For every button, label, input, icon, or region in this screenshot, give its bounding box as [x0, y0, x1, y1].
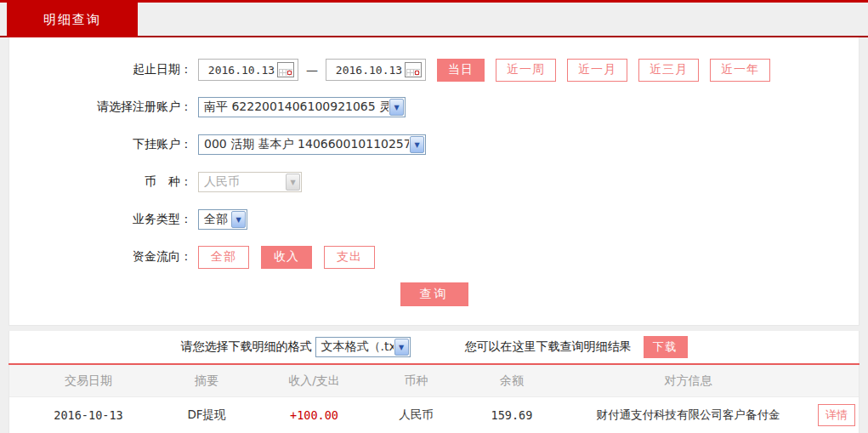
header-counterparty: 对方信息: [559, 373, 818, 389]
flow-income-button[interactable]: 收入: [261, 246, 312, 269]
fund-flow-buttons: 全部 收入 支出: [198, 246, 375, 269]
cell-summary: DF提现: [152, 407, 261, 423]
quick-range-today-button[interactable]: 当日: [437, 59, 485, 82]
table-header-row: 交易日期 摘要 收入/支出 币种 余额 对方信息: [9, 365, 859, 397]
header-income-expense: 收入/支出: [261, 373, 367, 389]
calendar-icon-dot: [287, 71, 292, 75]
account-select[interactable]: 南平 6222001406100921065 灵通卡 ▼: [198, 97, 406, 117]
header-currency: 币种: [367, 373, 465, 389]
table-row: 2016-10-13 DF提现 +100.00 人民币 159.69 财付通支付…: [9, 397, 859, 433]
date-range-row: 起止日期： —: [9, 58, 859, 82]
date-to-input[interactable]: [333, 64, 405, 77]
download-format-value: 文本格式（.txt）: [316, 339, 394, 355]
cell-balance: 159.69: [465, 408, 559, 422]
query-button[interactable]: 查询: [400, 282, 468, 306]
sub-account-row: 下挂账户： 000 活期 基本户 1406600101102571848 ▼: [9, 133, 859, 157]
cell-amount: +100.00: [261, 408, 367, 422]
currency-label: 币 种：: [9, 174, 192, 190]
biz-type-row: 业务类型： 全部 ▼: [9, 208, 859, 231]
chevron-down-icon[interactable]: ▼: [231, 211, 246, 228]
cell-counterparty: 财付通支付科技有限公司客户备付金: [559, 407, 818, 423]
header-balance: 余额: [465, 373, 559, 389]
sub-account-select-value: 000 活期 基本户 1406600101102571848: [199, 137, 409, 152]
detail-button[interactable]: 详情: [818, 404, 855, 426]
cell-transaction-date: 2016-10-13: [25, 408, 152, 422]
quick-range-week-button[interactable]: 近一周: [496, 59, 556, 82]
chevron-down-icon: ▼: [286, 174, 300, 191]
download-hint-text: 您可以在这里下载查询明细结果: [465, 339, 632, 355]
chevron-down-icon[interactable]: ▼: [389, 99, 404, 116]
tab-bar: 明细查询: [0, 3, 868, 37]
main-content: 起止日期： —: [9, 37, 859, 433]
date-to-field[interactable]: [326, 59, 426, 81]
quick-range-3month-button[interactable]: 近三月: [638, 59, 699, 82]
quick-range-month-button[interactable]: 近一月: [567, 59, 627, 82]
currency-row: 币 种： 人民币 ▼: [9, 170, 859, 194]
biz-type-select[interactable]: 全部 ▼: [198, 209, 247, 230]
date-from-input[interactable]: [206, 64, 277, 77]
fund-flow-label: 资金流向：: [9, 249, 192, 265]
tab-detail-query[interactable]: 明细查询: [7, 3, 138, 37]
calendar-icon-dot: [415, 71, 419, 75]
download-bar: 请您选择下载明细的格式 文本格式（.txt） ▼ 您可以在这里下载查询明细结果 …: [9, 331, 859, 363]
date-range-label: 起止日期：: [9, 62, 192, 77]
calendar-icon[interactable]: [277, 62, 294, 77]
quick-range-year-button[interactable]: 近一年: [710, 59, 770, 82]
flow-all-button[interactable]: 全部: [198, 246, 249, 269]
chevron-down-icon[interactable]: ▼: [394, 339, 409, 356]
currency-select: 人民币 ▼: [198, 172, 302, 192]
query-button-row: 查询: [9, 282, 859, 306]
download-button[interactable]: 下载: [644, 336, 688, 358]
currency-select-value: 人民币: [199, 174, 285, 190]
biz-type-select-value: 全部: [199, 212, 230, 227]
quick-range-buttons: 当日 近一周 近一月 近三月 近一年: [437, 59, 770, 82]
download-format-select[interactable]: 文本格式（.txt） ▼: [315, 337, 411, 357]
calendar-icon[interactable]: [405, 62, 422, 77]
header-transaction-date: 交易日期: [25, 373, 152, 389]
account-select-value: 南平 6222001406100921065 灵通卡: [199, 100, 389, 115]
query-form: 起止日期： —: [9, 37, 859, 326]
download-format-label: 请您选择下载明细的格式: [181, 339, 312, 355]
fund-flow-row: 资金流向： 全部 收入 支出: [9, 245, 859, 269]
sub-account-select[interactable]: 000 活期 基本户 1406600101102571848 ▼: [198, 134, 426, 155]
header-summary: 摘要: [152, 373, 261, 389]
account-row: 请选择注册账户： 南平 6222001406100921065 灵通卡 ▼: [9, 95, 859, 119]
sub-account-label: 下挂账户：: [9, 137, 192, 152]
date-separator: —: [306, 63, 318, 77]
cell-currency: 人民币: [367, 407, 465, 423]
date-from-field[interactable]: [198, 59, 298, 81]
chevron-down-icon[interactable]: ▼: [410, 136, 424, 153]
flow-expense-button[interactable]: 支出: [324, 246, 375, 269]
biz-type-label: 业务类型：: [9, 212, 192, 227]
account-label: 请选择注册账户：: [9, 100, 192, 115]
